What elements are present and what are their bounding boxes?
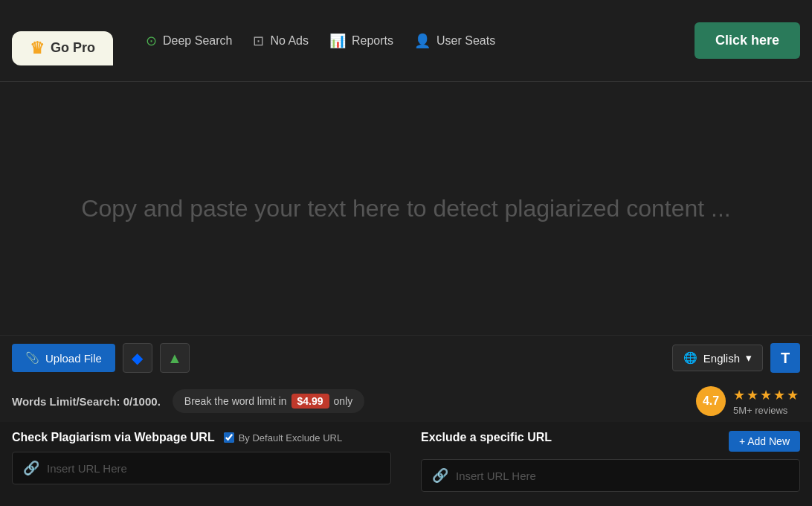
exclude-url-checkbox[interactable] [224,432,234,443]
url-check-input-wrapper[interactable]: 🔗 [12,452,391,484]
upload-file-button[interactable]: 📎 Upload File [12,344,115,372]
url-check-title: Check Plagiarism via Webpage URL [12,431,215,444]
feature-deep-search-label: Deep Search [163,34,232,48]
dropbox-icon: ◆ [132,349,143,367]
exclude-header: Exclude a specific URL + Add New [421,431,800,452]
text-format-button[interactable]: T [770,343,800,373]
click-here-button[interactable]: Click here [695,22,800,59]
text-format-icon: T [781,350,790,367]
rating-value: 4.7 [703,394,719,408]
add-new-button[interactable]: + Add New [729,431,800,452]
exclude-link-icon: 🔗 [432,467,448,484]
words-limit-text: Words Limit/Search: 0/1000. [12,395,161,408]
globe-icon: 🌐 [683,351,697,365]
feature-deep-search: ⊙ Deep Search [146,33,232,49]
feature-user-seats-label: User Seats [436,34,495,48]
exclude-url-title: Exclude a specific URL [421,431,552,444]
main-area: Copy and paste your text here to detect … [0,82,812,501]
upload-file-label: Upload File [45,352,102,365]
go-pro-label: Go Pro [51,40,95,56]
paperclip-icon: 📎 [25,351,39,365]
feature-no-ads: ⊡ No Ads [253,33,309,49]
crown-icon: ♛ [30,39,45,58]
word-limit-promo[interactable]: Break the word limit in $4.99 only [173,389,364,413]
editor-placeholder: Copy and paste your text here to detect … [81,190,730,226]
price-badge: $4.99 [291,394,329,409]
exclude-url-input-wrapper[interactable]: 🔗 [421,459,800,492]
reviews-count: 5M+ reviews [733,405,800,416]
link-icon: 🔗 [23,460,39,476]
google-drive-icon: ▲ [167,350,182,367]
user-icon: 👤 [414,33,431,49]
feature-items: ⊙ Deep Search ⊡ No Ads 📊 Reports 👤 User … [131,33,677,49]
feature-no-ads-label: No Ads [270,34,309,48]
rating-area: 4.7 ★★★★★ 5M+ reviews [696,386,800,416]
exclude-url-label: By Default Exclude URL [239,432,342,443]
promo-suffix: only [334,395,353,407]
exclude-url-checkbox-wrapper[interactable]: By Default Exclude URL [224,432,342,443]
url-check-left: Check Plagiarism via Webpage URL By Defa… [12,431,413,484]
language-selector[interactable]: 🌐 English ▾ [672,345,763,371]
url-check-input[interactable] [47,462,380,475]
url-exclude-right: Exclude a specific URL + Add New 🔗 [413,431,800,492]
rating-circle: 4.7 [696,386,726,416]
feature-reports-label: Reports [352,34,393,48]
reports-icon: 📊 [329,33,346,49]
promo-prefix: Break the word limit in [184,395,287,407]
text-editor-area[interactable]: Copy and paste your text here to detect … [0,82,812,335]
url-section: Check Plagiarism via Webpage URL By Defa… [0,422,812,501]
feature-reports: 📊 Reports [329,33,393,49]
circle-check-icon: ⊙ [146,33,157,49]
rating-info: ★★★★★ 5M+ reviews [733,387,800,416]
url-check-label: Check Plagiarism via Webpage URL By Defa… [12,431,391,444]
words-row: Words Limit/Search: 0/1000. Break the wo… [0,380,812,422]
chevron-down-icon: ▾ [746,351,752,365]
dropbox-button[interactable]: ◆ [123,343,152,373]
toolbar-row: 📎 Upload File ◆ ▲ 🌐 English ▾ T [0,335,812,380]
stars-display: ★★★★★ [733,387,800,403]
google-drive-button[interactable]: ▲ [160,343,190,373]
feature-user-seats: 👤 User Seats [414,33,495,49]
exclude-url-input[interactable] [456,470,789,482]
language-label: English [703,352,740,365]
go-pro-badge[interactable]: ♛ Go Pro [12,31,113,65]
header-bar: ♛ Go Pro ⊙ Deep Search ⊡ No Ads 📊 Report… [0,0,812,82]
no-ads-icon: ⊡ [253,33,264,49]
